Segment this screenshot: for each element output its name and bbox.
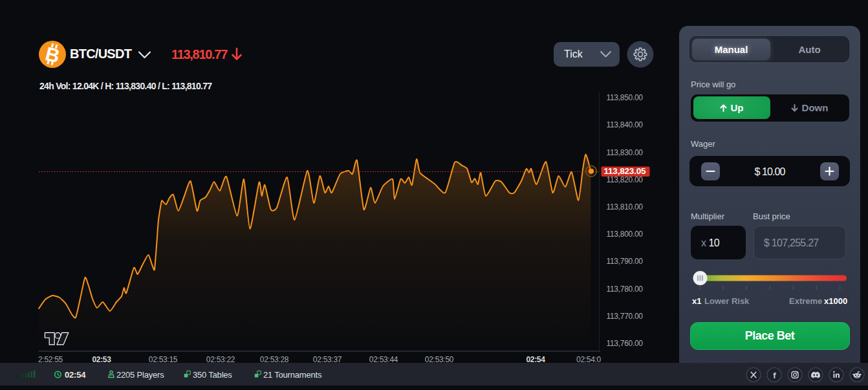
svg-text:f: f	[773, 371, 776, 380]
svg-text:113,770.00: 113,770.00	[607, 312, 644, 321]
svg-text:113,810.00: 113,810.00	[607, 202, 644, 211]
svg-text:113,823.05: 113,823.05	[604, 166, 647, 176]
svg-text:113,830.00: 113,830.00	[607, 148, 644, 157]
svg-text:113,840.00: 113,840.00	[607, 120, 644, 129]
svg-text:113,790.00: 113,790.00	[607, 257, 644, 266]
svg-text:113,800.00: 113,800.00	[607, 230, 644, 239]
svg-text:113,780.00: 113,780.00	[607, 285, 644, 294]
svg-text:113,850.00: 113,850.00	[607, 93, 644, 102]
svg-text:113,760.00: 113,760.00	[607, 339, 644, 348]
